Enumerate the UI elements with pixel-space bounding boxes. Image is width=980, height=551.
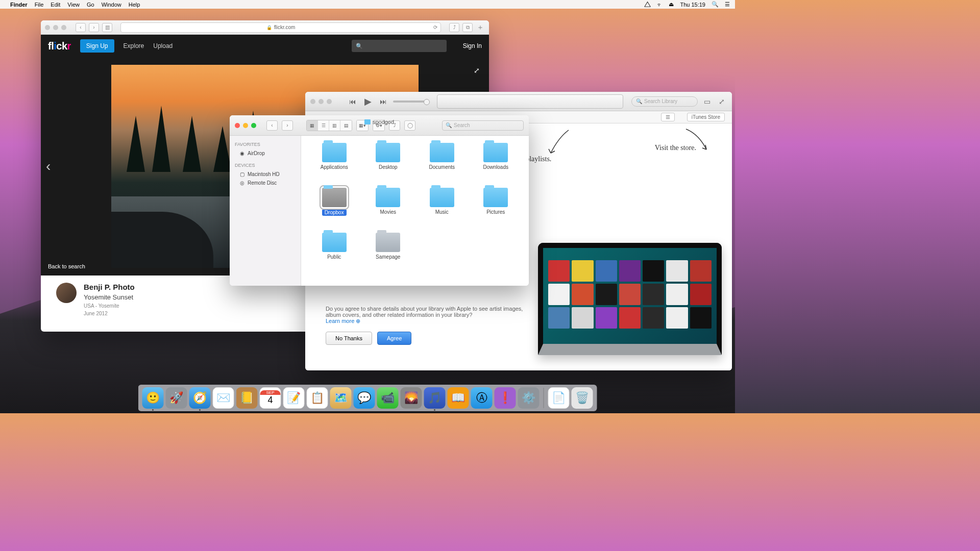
- dock-system-preferences[interactable]: ⚙️: [518, 387, 540, 409]
- folder-documents[interactable]: Documents: [416, 143, 468, 186]
- back-button[interactable]: ‹: [266, 120, 278, 131]
- dock-launchpad[interactable]: 🚀: [166, 387, 187, 409]
- tags-button[interactable]: ◯: [404, 120, 415, 131]
- dock-ibooks[interactable]: 📖: [448, 387, 469, 409]
- traffic-zoom[interactable]: [251, 123, 256, 128]
- folder-public[interactable]: Public: [308, 233, 360, 276]
- icon-view-button[interactable]: ▦: [307, 120, 318, 131]
- dock-reminders[interactable]: 📋: [307, 387, 328, 409]
- dock-facetime[interactable]: 📹: [377, 387, 399, 409]
- dock-feedback[interactable]: ❗: [495, 387, 516, 409]
- next-track-button[interactable]: ⏭: [378, 97, 389, 106]
- prev-track-button[interactable]: ⏮: [347, 97, 358, 106]
- sidebar-item-airdrop[interactable]: ◉AirDrop: [230, 149, 301, 158]
- traffic-close[interactable]: [45, 25, 50, 30]
- now-playing-display: [437, 94, 623, 109]
- folder-dropbox[interactable]: Dropbox: [308, 188, 360, 231]
- volume-slider[interactable]: [393, 101, 429, 103]
- new-tab-button[interactable]: ＋: [476, 23, 485, 32]
- forward-button[interactable]: ›: [282, 120, 293, 131]
- play-button[interactable]: ▶: [362, 96, 374, 107]
- search-icon: 🔍: [356, 43, 363, 49]
- spotlight-icon[interactable]: 🔍: [712, 1, 719, 8]
- traffic-zoom[interactable]: [61, 25, 66, 30]
- finder-title: spodgod: [364, 119, 394, 125]
- author-avatar[interactable]: [56, 283, 77, 303]
- flickr-search-input[interactable]: 🔍: [352, 40, 447, 52]
- explore-link[interactable]: Explore: [124, 42, 144, 49]
- signin-link[interactable]: Sign In: [463, 42, 482, 49]
- folder-samepage[interactable]: Samepage: [362, 233, 414, 276]
- folder-applications[interactable]: Applications: [308, 143, 360, 186]
- wifi-icon[interactable]: ᯤ: [657, 2, 663, 8]
- fullscreen-button[interactable]: ⤢: [717, 97, 727, 106]
- prev-photo-arrow[interactable]: ‹: [46, 158, 51, 174]
- dock-contacts[interactable]: 📒: [236, 387, 258, 409]
- folder-downloads[interactable]: Downloads: [470, 143, 522, 186]
- menu-window[interactable]: Window: [102, 2, 121, 8]
- traffic-minimize[interactable]: [243, 123, 248, 128]
- list-view-button[interactable]: ☰: [318, 120, 329, 131]
- dock-notes[interactable]: 📝: [283, 387, 305, 409]
- dock-trash[interactable]: 🗑️: [572, 387, 593, 409]
- active-app-name[interactable]: Finder: [10, 2, 28, 8]
- safari-toolbar: ‹ › ▥ 🔒 flickr.com ⟳ ⤴ ⧉ ＋: [41, 20, 489, 35]
- notification-center-icon[interactable]: ☰: [725, 1, 730, 8]
- folder-desktop[interactable]: Desktop: [362, 143, 414, 186]
- reload-icon[interactable]: ⟳: [433, 24, 437, 30]
- itunes-store-button[interactable]: iTunes Store: [687, 113, 725, 121]
- itunes-toolbar: ⏮ ▶ ⏭ 🔍Search Library ▭ ⤢: [305, 92, 732, 111]
- flickr-header: flickr Sign Up Explore Upload 🔍 Sign In: [41, 35, 489, 57]
- flickr-logo[interactable]: flickr: [48, 40, 71, 52]
- dock-itunes[interactable]: 🎵: [424, 387, 446, 409]
- hdd-icon: ▢: [240, 171, 244, 177]
- dock-photos[interactable]: 🌄: [401, 387, 422, 409]
- back-button[interactable]: ‹: [76, 23, 86, 32]
- traffic-minimize[interactable]: [318, 99, 324, 104]
- sidebar-item-remote-disc[interactable]: ◎Remote Disc: [230, 179, 301, 187]
- menu-file[interactable]: File: [35, 2, 44, 8]
- tabs-button[interactable]: ⧉: [462, 23, 473, 32]
- folder-pictures[interactable]: Pictures: [470, 188, 522, 231]
- traffic-close[interactable]: [310, 99, 315, 104]
- address-bar[interactable]: 🔒 flickr.com ⟳: [120, 22, 441, 33]
- library-search-input[interactable]: 🔍Search Library: [631, 96, 698, 107]
- dock-document[interactable]: 📄: [548, 387, 570, 409]
- traffic-minimize[interactable]: [53, 25, 58, 30]
- sidebar-button[interactable]: ▥: [102, 23, 112, 32]
- eject-icon[interactable]: ⏏: [669, 1, 674, 8]
- coverflow-view-button[interactable]: ▤: [340, 120, 352, 131]
- list-button[interactable]: ☰: [661, 113, 675, 121]
- folder-movies[interactable]: Movies: [362, 188, 414, 231]
- fullscreen-icon[interactable]: ⤢: [474, 66, 480, 74]
- dock-finder[interactable]: 🙂: [142, 387, 164, 409]
- menu-view[interactable]: View: [67, 2, 80, 8]
- folder-music[interactable]: Music: [416, 188, 468, 231]
- dock-appstore[interactable]: Ⓐ: [471, 387, 493, 409]
- column-view-button[interactable]: ▥: [329, 120, 340, 131]
- sidebar-item-macintosh-hd[interactable]: ▢Macintosh HD: [230, 170, 301, 179]
- dock-calendar[interactable]: SEP 4: [260, 387, 281, 409]
- no-thanks-button[interactable]: No Thanks: [326, 332, 372, 345]
- dock-mail[interactable]: ✉️: [213, 387, 234, 409]
- dock-separator: [544, 388, 544, 408]
- upload-link[interactable]: Upload: [153, 42, 173, 49]
- learn-more-link[interactable]: Learn more ⊕: [326, 318, 360, 324]
- signup-button[interactable]: Sign Up: [80, 39, 114, 53]
- agree-button[interactable]: Agree: [377, 332, 411, 345]
- forward-button[interactable]: ›: [89, 23, 99, 32]
- menu-help[interactable]: Help: [129, 2, 140, 8]
- menubar-clock[interactable]: Thu 15:19: [680, 2, 705, 8]
- dock-maps[interactable]: 🗺️: [330, 387, 352, 409]
- traffic-close[interactable]: [235, 123, 240, 128]
- menu-go[interactable]: Go: [87, 2, 94, 8]
- dock-safari[interactable]: 🧭: [189, 387, 211, 409]
- miniplayer-button[interactable]: ▭: [702, 97, 713, 106]
- finder-search-input[interactable]: 🔍Search: [442, 120, 524, 131]
- menu-edit[interactable]: Edit: [51, 2, 60, 8]
- dock-messages[interactable]: 💬: [354, 387, 375, 409]
- finder-content-grid[interactable]: Applications Desktop Documents Downloads…: [301, 136, 529, 286]
- back-to-search-link[interactable]: Back to search: [48, 263, 85, 269]
- traffic-zoom[interactable]: [327, 99, 332, 104]
- share-button[interactable]: ⤴: [449, 23, 459, 32]
